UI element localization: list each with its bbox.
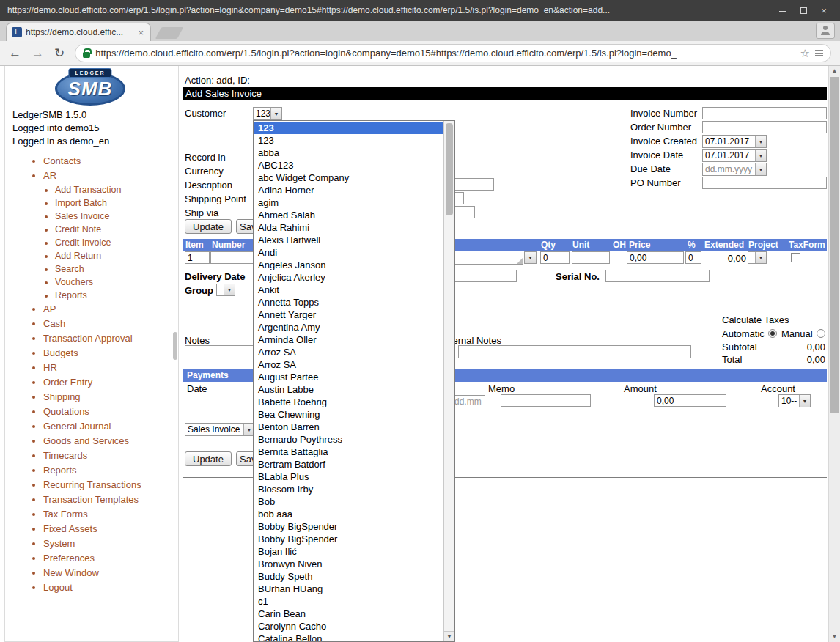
customer-option[interactable]: Bertram Batdorf [254, 458, 443, 471]
price-input[interactable] [627, 251, 684, 264]
customer-option[interactable]: Arroz SA [254, 358, 443, 371]
customer-option[interactable]: Babette Roehrig [254, 396, 443, 408]
customer-option[interactable]: Bernita Battaglia [254, 446, 443, 458]
customer-option[interactable]: Alexis Hartwell [254, 234, 443, 246]
invoice-created-select[interactable]: 07.01.2017 ▼ [702, 135, 767, 148]
dropdown-scroll-down-icon[interactable]: ▼ [444, 631, 454, 641]
maximize-icon [800, 7, 807, 14]
scroll-up-icon[interactable]: ▲ [829, 66, 840, 76]
page-scrollbar-thumb[interactable] [830, 77, 839, 413]
customer-option[interactable]: Arroz SA [254, 346, 443, 358]
customer-option[interactable]: 123 [254, 134, 443, 147]
group-select[interactable]: ▼ [216, 284, 235, 296]
payment-memo-input[interactable] [501, 394, 591, 407]
back-button[interactable]: ← [9, 47, 21, 59]
chevron-down-icon: ▼ [755, 136, 766, 147]
order-number-input[interactable] [702, 121, 827, 133]
customer-option[interactable]: Ahmed Salah [254, 209, 443, 221]
address-bar[interactable]: https://demo.cloud.efficito.com/erp/1.5/… [75, 44, 831, 62]
resize-handle-icon[interactable] [517, 258, 523, 264]
discount-input[interactable] [685, 251, 701, 264]
customer-option[interactable]: bob aaa [254, 508, 443, 520]
customer-option[interactable]: abc Widget Company [254, 171, 443, 184]
customer-option[interactable]: Andi [254, 246, 443, 259]
invoice-number-input[interactable] [702, 107, 827, 119]
internal-notes-input[interactable] [458, 345, 691, 358]
taxform-checkbox[interactable] [791, 253, 800, 262]
new-tab-button[interactable] [155, 27, 184, 39]
po-number-input[interactable] [702, 177, 827, 189]
customer-option[interactable]: agim [254, 196, 443, 209]
browser-tab[interactable]: L https://demo.cloud.effic... × [6, 23, 151, 41]
customer-option[interactable]: BLabla Plus [254, 471, 443, 483]
customer-option[interactable]: Anjelica Akerley [254, 271, 443, 284]
customer-option[interactable]: Arminda Oller [254, 333, 443, 346]
manual-radio[interactable] [817, 329, 825, 338]
item-line-input[interactable] [185, 251, 210, 264]
customer-option[interactable]: BUrhan HUang [254, 583, 443, 595]
customer-option[interactable]: Buddy Speth [254, 570, 443, 583]
qty-input[interactable] [540, 251, 570, 264]
customer-option[interactable]: Bobby BigSpender [254, 520, 443, 533]
customer-option[interactable]: Blossom Irby [254, 483, 443, 495]
customer-option[interactable]: ABC123 [254, 159, 443, 171]
customer-option[interactable]: Angeles Janson [254, 259, 443, 271]
tab-close-icon[interactable]: × [136, 27, 145, 38]
invoice-type-select[interactable]: Sales Invoice ▼ [185, 423, 255, 436]
customer-option[interactable]: Bea Chewning [254, 408, 443, 421]
customer-option[interactable]: Bob [254, 495, 443, 508]
update-button[interactable]: Update [185, 219, 232, 234]
window-close-button[interactable]: × [815, 5, 833, 16]
project-select[interactable]: ▼ [748, 251, 767, 264]
dropdown-scrollbar-thumb[interactable] [446, 123, 453, 215]
customer-option[interactable]: abba [254, 147, 443, 159]
reload-button[interactable]: ↻ [54, 47, 65, 59]
payment-date-input[interactable] [452, 395, 485, 407]
scroll-down-icon[interactable]: ▼ [829, 632, 840, 642]
customer-option[interactable]: Alda Rahimi [254, 221, 443, 234]
customer-option[interactable]: Bernardo Poythress [254, 433, 443, 446]
customer-option[interactable]: Argentina Amy [254, 321, 443, 333]
due-date-label: Due Date [630, 163, 671, 175]
dropdown-scrollbar[interactable]: ▼ [443, 121, 454, 641]
forward-button[interactable]: → [32, 47, 44, 59]
bookmarks-list-icon[interactable] [815, 50, 823, 56]
profile-button[interactable] [816, 23, 835, 39]
payment-amount-input[interactable] [654, 394, 726, 407]
bookmark-star-icon[interactable]: ☆ [800, 47, 810, 60]
invoice-date-select[interactable]: 07.01.2017 ▼ [702, 149, 767, 162]
customer-option[interactable]: August Partee [254, 371, 443, 383]
payment-account-select[interactable]: 10-- ▼ [778, 394, 811, 407]
customer-option[interactable]: Bobby BigSpender [254, 533, 443, 545]
customer-option[interactable]: Carolynn Cacho [254, 620, 443, 632]
customer-option[interactable]: Adina Horner [254, 184, 443, 196]
customer-option[interactable]: 123 [254, 122, 443, 134]
unit-input[interactable] [572, 251, 610, 264]
customer-dropdown-list: 123123abbaABC123abc Widget CompanyAdina … [253, 120, 455, 642]
customer-option[interactable]: Annetta Topps [254, 296, 443, 309]
update-button-bottom[interactable]: Update [185, 451, 232, 466]
chevron-down-icon: ▼ [755, 252, 766, 263]
serial-no-input[interactable] [605, 270, 710, 282]
customer-option[interactable]: Benton Barren [254, 421, 443, 433]
due-date-select[interactable]: dd.mm.yyyy ▼ [702, 163, 767, 176]
automatic-radio[interactable] [768, 329, 777, 338]
customer-option[interactable]: Catalina Bellon [254, 632, 443, 642]
customer-option[interactable]: Bronwyn Niven [254, 558, 443, 570]
page-title: Add Sales Invoice [183, 87, 827, 100]
customer-option[interactable]: Carin Bean [254, 608, 443, 620]
item-description-select[interactable]: ▼ [524, 251, 537, 264]
maximize-button[interactable] [795, 5, 812, 16]
customer-option[interactable]: Bojan Ilić [254, 545, 443, 558]
browser-toolbar: ← → ↻ https://demo.cloud.efficito.com/er… [0, 41, 840, 66]
url-text[interactable]: https://demo.cloud.efficito.com/erp/1.5/… [95, 48, 795, 59]
chevron-down-icon: ▼ [755, 150, 766, 161]
payment-account-col-label: Account [761, 383, 795, 395]
minimize-button[interactable] [774, 5, 792, 16]
customer-option[interactable]: c1 [254, 595, 443, 608]
customer-option[interactable]: Austin Labbe [254, 383, 443, 396]
customer-option[interactable]: Annett Yarger [254, 309, 443, 321]
customer-select[interactable]: 123 ▼ [253, 107, 282, 120]
customer-option[interactable]: Ankit [254, 284, 443, 296]
page-scrollbar[interactable]: ▲ ▼ [828, 66, 840, 642]
